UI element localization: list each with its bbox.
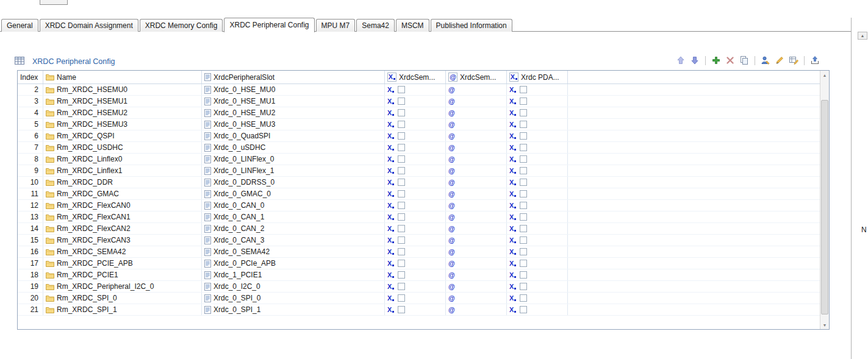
pda-enable-checkbox[interactable] (520, 283, 527, 290)
cell-pda-enable[interactable]: X (507, 223, 568, 234)
cell-pda-enable[interactable]: X (507, 154, 568, 165)
sem-enable-checkbox[interactable] (398, 86, 405, 93)
cell-sem-reference[interactable]: @ (446, 269, 507, 280)
cell-sem-enable[interactable]: X (385, 130, 446, 141)
sem-enable-checkbox[interactable] (398, 213, 405, 221)
cell-name[interactable]: Rm_XRDC_FlexCAN0 (43, 200, 202, 211)
cell-sem-reference[interactable]: @ (446, 130, 507, 141)
table-row[interactable]: 8Rm_XRDC_Linflex0Xrdc_0_LINFlex_0X@X (18, 154, 820, 165)
copy-button[interactable] (739, 55, 750, 66)
cell-name[interactable]: Rm_XRDC_SPI_1 (43, 304, 202, 315)
tab-published-information[interactable]: Published Information (431, 19, 512, 32)
cell-sem-reference[interactable]: @ (446, 281, 507, 292)
sem-enable-checkbox[interactable] (398, 179, 405, 186)
cell-peripheral-slot[interactable]: Xrdc_0_CAN_1 (202, 211, 385, 222)
sem-enable-checkbox[interactable] (398, 190, 405, 197)
cell-peripheral-slot[interactable]: Xrdc_0_SPI_1 (202, 304, 385, 315)
cell-pda-enable[interactable]: X (507, 304, 568, 315)
tab-general[interactable]: General (1, 19, 38, 32)
sem-enable-checkbox[interactable] (398, 167, 405, 174)
right-panel-scroll-arrow[interactable]: ▲ (858, 32, 867, 40)
cell-pda-enable[interactable]: X (507, 200, 568, 211)
cell-pda-enable[interactable]: X (507, 246, 568, 257)
sem-enable-checkbox[interactable] (398, 98, 405, 105)
cell-sem-reference[interactable]: @ (446, 223, 507, 234)
cell-sem-enable[interactable]: X (385, 281, 446, 292)
cell-sem-enable[interactable]: X (385, 293, 446, 304)
edit-user-button[interactable] (760, 55, 771, 66)
cell-name[interactable]: Rm_XRDC_QSPI (43, 130, 202, 141)
cell-sem-enable[interactable]: X (385, 269, 446, 280)
cell-name[interactable]: Rm_XRDC_PCIE_APB (43, 258, 202, 269)
cell-sem-enable[interactable]: X (385, 142, 446, 153)
pda-enable-checkbox[interactable] (520, 98, 527, 105)
cell-sem-reference[interactable]: @ (446, 177, 507, 188)
cell-name[interactable]: Rm_XRDC_PCIE1 (43, 269, 202, 280)
scrollbar-thumb[interactable] (821, 100, 828, 315)
cell-sem-enable[interactable]: X (385, 177, 446, 188)
column-header-sem-bool[interactable]: XXrdcSem... (385, 71, 446, 84)
cell-sem-reference[interactable]: @ (446, 188, 507, 199)
table-row[interactable]: 10Rm_XRDC_DDRXrdc_0_DDRSS_0X@X (18, 177, 820, 188)
edit-table-button[interactable] (788, 55, 799, 66)
cell-sem-reference[interactable]: @ (446, 246, 507, 257)
table-row[interactable]: 19Rm_XRDC_Peripheral_I2C_0Xrdc_0_I2C_0X@… (18, 281, 820, 293)
cell-name[interactable]: Rm_XRDC_SEMA42 (43, 246, 202, 257)
pda-enable-checkbox[interactable] (520, 236, 527, 244)
sem-enable-checkbox[interactable] (398, 225, 405, 232)
column-header-peripheral-slot[interactable]: XrdcPeripheralSlot (202, 71, 385, 84)
cell-sem-enable[interactable]: X (385, 107, 446, 118)
cell-name[interactable]: Rm_XRDC_USDHC (43, 142, 202, 153)
scroll-down-arrow-icon[interactable]: ▼ (820, 321, 829, 329)
cell-sem-reference[interactable]: @ (446, 211, 507, 222)
pda-enable-checkbox[interactable] (520, 121, 527, 128)
table-row[interactable]: 17Rm_XRDC_PCIE_APBXrdc_0_PCIe_APBX@X (18, 258, 820, 269)
table-row[interactable]: 9Rm_XRDC_Linflex1Xrdc_0_LINFlex_1X@X (18, 165, 820, 177)
cell-peripheral-slot[interactable]: Xrdc_0_CAN_0 (202, 200, 385, 211)
cell-peripheral-slot[interactable]: Xrdc_0_SPI_0 (202, 293, 385, 304)
cell-sem-reference[interactable]: @ (446, 84, 507, 95)
cell-sem-reference[interactable]: @ (446, 96, 507, 107)
sem-enable-checkbox[interactable] (398, 121, 405, 128)
pda-enable-checkbox[interactable] (520, 167, 527, 174)
table-row[interactable]: 5Rm_XRDC_HSEMU3Xrdc_0_HSE_MU3X@X (18, 119, 820, 130)
cell-peripheral-slot[interactable]: Xrdc_0_HSE_MU3 (202, 119, 385, 130)
cell-name[interactable]: Rm_XRDC_HSEMU3 (43, 119, 202, 130)
cell-name[interactable]: Rm_XRDC_HSEMU1 (43, 96, 202, 107)
cell-pda-enable[interactable]: X (507, 165, 568, 176)
cell-sem-reference[interactable]: @ (446, 304, 507, 315)
cell-name[interactable]: Rm_XRDC_SPI_0 (43, 293, 202, 304)
cell-name[interactable]: Rm_XRDC_HSEMU2 (43, 107, 202, 118)
cell-sem-enable[interactable]: X (385, 200, 446, 211)
sem-enable-checkbox[interactable] (398, 294, 405, 302)
cell-sem-enable[interactable]: X (385, 188, 446, 199)
scroll-up-arrow-icon[interactable]: ▲ (820, 71, 829, 79)
column-header-pda-bool[interactable]: XXrdc PDA... (507, 71, 568, 84)
cell-name[interactable]: Rm_XRDC_HSEMU0 (43, 84, 202, 95)
cell-sem-reference[interactable]: @ (446, 258, 507, 269)
export-button[interactable] (809, 55, 820, 66)
pda-enable-checkbox[interactable] (520, 86, 527, 93)
table-row[interactable]: 12Rm_XRDC_FlexCAN0Xrdc_0_CAN_0X@X (18, 200, 820, 211)
cell-pda-enable[interactable]: X (507, 293, 568, 304)
cell-pda-enable[interactable]: X (507, 235, 568, 246)
cell-pda-enable[interactable]: X (507, 188, 568, 199)
table-row[interactable]: 4Rm_XRDC_HSEMU2Xrdc_0_HSE_MU2X@X (18, 107, 820, 119)
sem-enable-checkbox[interactable] (398, 260, 405, 267)
tab-mpu-m7[interactable]: MPU M7 (316, 19, 356, 32)
table-row[interactable]: 7Rm_XRDC_USDHCXrdc_0_uSDHCX@X (18, 142, 820, 154)
column-header-name[interactable]: Name (43, 71, 202, 84)
table-row[interactable]: 11Rm_XRDC_GMACXrdc_0_GMAC_0X@X (18, 188, 820, 200)
cell-pda-enable[interactable]: X (507, 119, 568, 130)
table-row[interactable]: 6Rm_XRDC_QSPIXrdc_0_QuadSPIX@X (18, 130, 820, 142)
cell-sem-reference[interactable]: @ (446, 107, 507, 118)
cell-sem-reference[interactable]: @ (446, 142, 507, 153)
column-header-index[interactable]: Index (18, 71, 43, 84)
table-row[interactable]: 13Rm_XRDC_FlexCAN1Xrdc_0_CAN_1X@X (18, 211, 820, 223)
table-row[interactable]: 16Rm_XRDC_SEMA42Xrdc_0_SEMA42X@X (18, 246, 820, 258)
move-down-button[interactable] (689, 55, 700, 66)
cell-peripheral-slot[interactable]: Xrdc_0_uSDHC (202, 142, 385, 153)
pda-enable-checkbox[interactable] (520, 260, 527, 267)
cell-pda-enable[interactable]: X (507, 96, 568, 107)
cell-peripheral-slot[interactable]: Xrdc_0_LINFlex_0 (202, 154, 385, 165)
